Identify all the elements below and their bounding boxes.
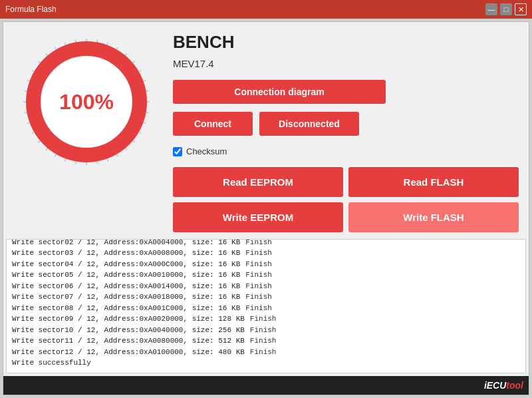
brand-prefix: iECU <box>484 380 506 391</box>
progress-percent-display: 100% <box>59 90 114 114</box>
log-line: Write sector12 / 12, Address:0xA0100000,… <box>12 347 520 358</box>
read-eeprom-button[interactable]: Read EEPROM <box>173 167 343 197</box>
progress-percent: 100% <box>59 90 114 114</box>
progress-circle-container: 100% <box>13 29 160 175</box>
app-title: Formula Flash <box>5 5 57 14</box>
write-eeprom-button[interactable]: Write EEPROM <box>173 202 343 232</box>
log-line: Write sector04 / 12, Address:0xA000C000,… <box>12 259 520 270</box>
window-controls: — □ ✕ <box>485 3 527 15</box>
connect-row: Connect Disconnected <box>173 112 519 136</box>
log-line: Write sector09 / 12, Address:0xA0020000,… <box>12 313 520 325</box>
brand-suffix: tool <box>506 380 523 391</box>
top-panel: 100% BENCH MEV17.4 Connection diagram Co… <box>3 22 529 239</box>
log-line: Write sector06 / 12, Address:0xA0014000,… <box>12 281 520 292</box>
log-line: Write sector05 / 12, Address:0xA0010000,… <box>12 270 520 281</box>
log-line: Write sector10 / 12, Address:0xA0040000,… <box>12 325 520 336</box>
brand-logo: iECUtool <box>484 380 523 391</box>
checksum-row: Checksum <box>173 146 519 156</box>
title-bar: Formula Flash — □ ✕ <box>0 0 532 19</box>
maximize-button[interactable]: □ <box>500 3 512 15</box>
action-buttons: Read EEPROM Read FLASH Write EEPROM Writ… <box>173 167 519 232</box>
log-line: Write successfully <box>12 357 520 369</box>
connection-diagram-button[interactable]: Connection diagram <box>173 80 386 104</box>
connection-row: Connection diagram <box>173 80 519 104</box>
title-bar-left: Formula Flash <box>5 5 57 14</box>
log-line: Write sector07 / 12, Address:0xA0018000,… <box>12 292 520 303</box>
bench-title: BENCH <box>173 32 519 53</box>
main-content: 100% BENCH MEV17.4 Connection diagram Co… <box>3 21 529 395</box>
read-flash-button[interactable]: Read FLASH <box>348 167 519 197</box>
bench-subtitle: MEV17.4 <box>173 58 519 69</box>
log-line: Write sector08 / 12, Address:0xA001C000,… <box>12 303 520 314</box>
checksum-checkbox[interactable] <box>173 147 182 156</box>
right-panel: BENCH MEV17.4 Connection diagram Connect… <box>173 29 519 232</box>
log-line: Write sector03 / 12, Address:0xA0008000,… <box>12 248 520 259</box>
log-area[interactable]: Read Size: 1.47 MBRead successfullyC:\Us… <box>6 239 526 373</box>
minimize-button[interactable]: — <box>485 3 497 15</box>
connect-button[interactable]: Connect <box>173 112 253 136</box>
close-button[interactable]: ✕ <box>515 3 527 15</box>
checksum-label: Checksum <box>186 146 227 156</box>
write-flash-button[interactable]: Write FLASH <box>348 202 519 232</box>
bottom-bar: iECUtool <box>3 376 529 395</box>
log-line: Write sector02 / 12, Address:0xA0004000,… <box>12 239 520 248</box>
log-line: Write sector11 / 12, Address:0xA0080000,… <box>12 335 520 347</box>
disconnected-button[interactable]: Disconnected <box>259 112 359 136</box>
